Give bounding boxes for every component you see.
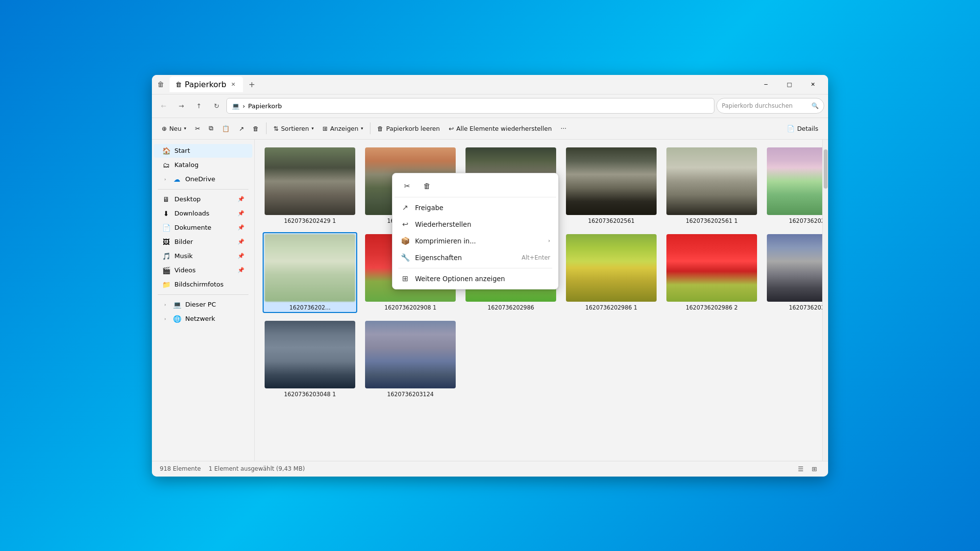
search-box[interactable]: Papierkorb durchsuchen 🔍 bbox=[716, 98, 824, 114]
sort-icon: ⇅ bbox=[273, 125, 278, 132]
delete-icon: 🗑 bbox=[253, 125, 259, 132]
up-button[interactable]: ↑ bbox=[191, 98, 207, 114]
copy-button[interactable]: ⧉ bbox=[205, 120, 217, 136]
ctx-separator bbox=[398, 268, 552, 268]
new-button[interactable]: ⊕ Neu ▾ bbox=[158, 120, 190, 136]
ctx-eigenschaften-shortcut: Alt+Enter bbox=[521, 254, 550, 261]
sidebar-bildschirmfotos-label: Bildschirmfotos bbox=[174, 281, 223, 288]
videos-pin: 📌 bbox=[238, 267, 245, 273]
refresh-button[interactable]: ↻ bbox=[209, 98, 224, 114]
sidebar-divider-2 bbox=[158, 294, 248, 295]
empty-trash-button[interactable]: 🗑 Papierkorb leeren bbox=[373, 120, 444, 136]
share-icon: ↗ bbox=[239, 125, 244, 132]
thumbnail-item-5[interactable]: 1620736202612 bbox=[765, 145, 822, 226]
back-button[interactable]: ← bbox=[156, 98, 172, 114]
new-icon: ⊕ bbox=[162, 125, 167, 132]
home-icon: 🏠 bbox=[162, 146, 171, 155]
thumbnail-item-10[interactable]: 1620736202986 2 bbox=[664, 232, 759, 313]
ctx-eigenschaften-icon: 🔧 bbox=[400, 253, 410, 263]
sidebar-item-dokumente[interactable]: 📄 Dokumente 📌 bbox=[154, 221, 252, 235]
dieser-pc-expander[interactable]: › bbox=[162, 301, 169, 308]
view-button[interactable]: ⊞ Anzeigen ▾ bbox=[318, 120, 367, 136]
thumbnail-item-13[interactable]: 1620736203124 bbox=[363, 319, 458, 400]
catalog-icon: 🗂 bbox=[162, 161, 171, 169]
list-view-button[interactable]: ☰ bbox=[795, 463, 807, 475]
share-button[interactable]: ↗ bbox=[235, 120, 247, 136]
scrollbar-track[interactable] bbox=[822, 140, 828, 461]
ctx-komprimieren-arrow: › bbox=[548, 238, 550, 244]
ctx-komprimieren-label: Komprimieren in... bbox=[415, 237, 543, 245]
sidebar-item-downloads[interactable]: ⬇ Downloads 📌 bbox=[154, 207, 252, 220]
ctx-wiederherstellen-item[interactable]: ↩ Wiederherstellen bbox=[394, 216, 556, 233]
thumbnail-label-7: 1620736202908 1 bbox=[384, 304, 436, 311]
netzwerk-icon: 🌐 bbox=[172, 314, 181, 323]
sidebar-netzwerk-label: Netzwerk bbox=[185, 315, 215, 322]
scrollbar-thumb[interactable] bbox=[824, 149, 828, 189]
thumbnail-item-6[interactable]: 1620736202... bbox=[263, 232, 357, 313]
trash-icon: 🗑 bbox=[377, 125, 384, 132]
sidebar-divider-1 bbox=[158, 189, 248, 190]
sidebar-item-dieser-pc[interactable]: › 💻 Dieser PC bbox=[154, 298, 252, 311]
musik-pin: 📌 bbox=[238, 253, 245, 259]
thumbnail-item-3[interactable]: 1620736202561 bbox=[564, 145, 659, 226]
thumbnail-item-11[interactable]: 1620736203048 bbox=[765, 232, 822, 313]
sidebar-item-desktop[interactable]: 🖥 Desktop 📌 bbox=[154, 192, 252, 206]
ctx-freigabe-item[interactable]: ↗ Freigabe bbox=[394, 199, 556, 216]
netzwerk-expander[interactable]: › bbox=[162, 315, 169, 322]
sidebar-item-musik[interactable]: 🎵 Musik 📌 bbox=[154, 249, 252, 263]
sidebar-item-netzwerk[interactable]: › 🌐 Netzwerk bbox=[154, 312, 252, 326]
sidebar-item-videos[interactable]: 🎬 Videos 📌 bbox=[154, 264, 252, 277]
thumbnail-item-0[interactable]: 1620736202429 1 bbox=[263, 145, 357, 226]
thumbnail-label-9: 1620736202986 1 bbox=[585, 304, 637, 311]
ctx-cut-icon: ✂ bbox=[404, 182, 411, 191]
sidebar-item-bildschirmfotos[interactable]: 📁 Bildschirmfotos bbox=[154, 278, 252, 291]
ctx-delete-button[interactable]: 🗑 bbox=[418, 178, 436, 194]
context-top-actions: ✂ 🗑 bbox=[394, 175, 556, 197]
thumbnail-label-3: 1620736202561 bbox=[588, 217, 635, 224]
paste-button[interactable]: 📋 bbox=[218, 120, 234, 136]
forward-button[interactable]: → bbox=[173, 98, 189, 114]
more-button[interactable]: ··· bbox=[557, 120, 570, 136]
ctx-komprimieren-item[interactable]: 📦 Komprimieren in... › bbox=[394, 233, 556, 249]
thumbnail-item-12[interactable]: 1620736203048 1 bbox=[263, 319, 357, 400]
thumbnail-label-10: 1620736202986 2 bbox=[686, 304, 737, 311]
thumbnail-label-5: 1620736202612 bbox=[789, 217, 822, 224]
sidebar-item-start[interactable]: 🏠 Start bbox=[154, 144, 252, 158]
restore-all-button[interactable]: ↩ Alle Elemente wiederherstellen bbox=[445, 120, 556, 136]
sort-button[interactable]: ⇅ Sortieren ▾ bbox=[270, 120, 318, 136]
thumbnail-item-4[interactable]: 1620736202561 1 bbox=[664, 145, 759, 226]
location-icon: 💻 bbox=[232, 102, 240, 110]
tab-papierkorb[interactable]: 🗑 Papierkorb ✕ bbox=[170, 76, 243, 92]
minimize-button[interactable]: ─ bbox=[755, 77, 777, 92]
onedrive-expander[interactable]: › bbox=[162, 176, 169, 183]
new-tab-button[interactable]: + bbox=[245, 77, 259, 91]
ctx-cut-button[interactable]: ✂ bbox=[398, 178, 416, 194]
details-button[interactable]: 📄 Details bbox=[783, 120, 822, 136]
sidebar-dieser-pc-label: Dieser PC bbox=[185, 301, 216, 308]
context-menu: ✂ 🗑 ↗ Freigabe ↩ Wiederherstellen 📦 Komp… bbox=[392, 173, 559, 289]
bildschirmfotos-icon: 📁 bbox=[162, 280, 171, 289]
sidebar-item-katalog[interactable]: 🗂 Katalog bbox=[154, 158, 252, 172]
delete-button[interactable]: 🗑 bbox=[249, 120, 263, 136]
sidebar-item-bilder[interactable]: 🖼 Bilder 📌 bbox=[154, 235, 252, 249]
musik-icon: 🎵 bbox=[162, 252, 171, 261]
address-separator: › bbox=[243, 102, 245, 110]
close-button[interactable]: ✕ bbox=[802, 77, 824, 92]
thumbnail-image-0 bbox=[265, 147, 355, 215]
sidebar-dokumente-label: Dokumente bbox=[174, 224, 211, 231]
grid-view-button[interactable]: ⊞ bbox=[808, 463, 820, 475]
ctx-weitere-item[interactable]: ⊞ Weitere Optionen anzeigen bbox=[394, 270, 556, 287]
tab-close-button[interactable]: ✕ bbox=[229, 80, 237, 88]
search-placeholder: Papierkorb durchsuchen bbox=[722, 102, 793, 109]
new-chevron: ▾ bbox=[184, 126, 186, 131]
sidebar-item-onedrive[interactable]: › ☁ OneDrive bbox=[154, 172, 252, 186]
thumbnail-item-9[interactable]: 1620736202986 1 bbox=[564, 232, 659, 313]
ctx-eigenschaften-item[interactable]: 🔧 Eigenschaften Alt+Enter bbox=[394, 249, 556, 266]
thumbnail-image-9 bbox=[566, 234, 657, 302]
window-controls: ─ □ ✕ bbox=[755, 77, 824, 92]
address-bar[interactable]: 💻 › Papierkorb bbox=[226, 98, 714, 114]
thumbnail-label-8: 1620736202986 bbox=[488, 304, 534, 311]
command-bar: ⊕ Neu ▾ ✂ ⧉ 📋 ↗ 🗑 ⇅ Sortieren ▾ ⊞ Anzeig… bbox=[152, 118, 828, 140]
cut-button[interactable]: ✂ bbox=[191, 120, 204, 136]
maximize-button[interactable]: □ bbox=[778, 77, 801, 92]
